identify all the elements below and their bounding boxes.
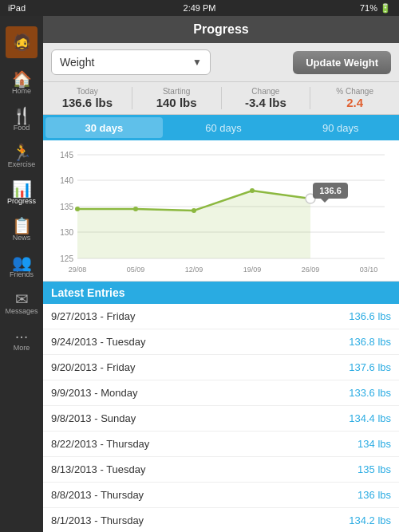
entry-value: 134.2 lbs [349, 514, 391, 526]
tab-60days[interactable]: 60 days [165, 115, 282, 140]
friends-icon: 👥 [12, 254, 32, 270]
svg-text:125: 125 [60, 254, 73, 263]
sidebar-item-exercise[interactable]: 🏃 Exercise [0, 138, 43, 175]
entries-header-label: Latest Entries [51, 286, 125, 299]
svg-marker-16 [77, 191, 310, 258]
stat-change-value: -3.4 lbs [222, 96, 310, 109]
list-item: 9/24/2013 - Tuesday136.8 lbs [43, 329, 399, 355]
list-item: 9/27/2013 - Friday136.6 lbs [43, 304, 399, 329]
svg-point-18 [133, 207, 138, 211]
sidebar-item-label: Messages [5, 307, 38, 315]
exercise-icon: 🏃 [12, 144, 32, 160]
svg-point-17 [75, 207, 80, 211]
sidebar-item-label: Food [14, 124, 30, 132]
entry-date: 9/24/2013 - Tuesday [51, 336, 146, 348]
weight-chart: 145 140 135 130 125 29/08 05/09 12/09 19… [49, 147, 393, 274]
sidebar: 🧔 🏠 Home 🍴 Food 🏃 Exercise 📊 Progress 📋 … [0, 16, 43, 532]
entry-value: 135 lbs [358, 463, 391, 475]
entry-date: 9/8/2013 - Sunday [51, 412, 136, 424]
list-item: 8/1/2013 - Thursday134.2 lbs [43, 508, 399, 532]
svg-point-20 [250, 188, 255, 193]
svg-text:05/09: 05/09 [127, 266, 145, 274]
entry-date: 8/1/2013 - Thursday [51, 514, 144, 526]
entry-date: 9/9/2013 - Monday [51, 387, 137, 399]
chart-area: 145 140 135 130 125 29/08 05/09 12/09 19… [43, 140, 399, 282]
entry-date: 9/27/2013 - Friday [51, 310, 136, 322]
stat-change: Change -3.4 lbs [222, 87, 311, 109]
sidebar-item-friends[interactable]: 👥 Friends [0, 248, 43, 285]
main-content: Progress Weight ▼ Update Weight Today 13… [43, 16, 399, 532]
page-header: Progress [43, 16, 399, 43]
stat-today-value: 136.6 lbs [43, 96, 132, 109]
sidebar-item-label: Exercise [8, 160, 36, 168]
sidebar-item-news[interactable]: 📋 News [0, 211, 43, 248]
period-tabs: 30 days 60 days 90 days [43, 115, 399, 140]
list-item: 9/8/2013 - Sunday134.4 lbs [43, 406, 399, 432]
chevron-down-icon: ▼ [192, 57, 202, 68]
entry-date: 9/20/2013 - Friday [51, 361, 136, 373]
svg-text:130: 130 [60, 228, 73, 237]
home-icon: 🏠 [12, 71, 32, 87]
tab-90days[interactable]: 90 days [282, 115, 399, 140]
list-item: 8/13/2013 - Tuesday135 lbs [43, 457, 399, 483]
messages-icon: ✉ [15, 291, 29, 307]
dropdown-label: Weight [60, 56, 94, 69]
svg-text:26/09: 26/09 [302, 266, 320, 274]
list-item: 9/9/2013 - Monday133.6 lbs [43, 380, 399, 406]
page-title: Progress [193, 22, 248, 36]
svg-marker-23 [321, 199, 329, 203]
svg-text:29/08: 29/08 [69, 266, 87, 274]
sidebar-item-more[interactable]: ··· More [0, 321, 43, 358]
sidebar-item-label: Progress [7, 197, 36, 205]
stat-pct-value: 2.4 [310, 96, 399, 109]
sidebar-item-food[interactable]: 🍴 Food [0, 101, 43, 138]
stats-row: Today 136.6 lbs Starting 140 lbs Change … [43, 82, 399, 115]
entry-value: 134 lbs [358, 438, 391, 450]
progress-icon: 📊 [12, 181, 32, 197]
weight-dropdown[interactable]: Weight ▼ [51, 49, 211, 75]
svg-text:145: 145 [60, 151, 73, 160]
svg-text:19/09: 19/09 [243, 266, 262, 274]
tab-30days[interactable]: 30 days [45, 117, 163, 138]
status-right: 71% 🔋 [360, 3, 391, 14]
svg-text:140: 140 [60, 176, 73, 185]
stat-today-label: Today [43, 87, 132, 96]
status-left: iPad [8, 3, 26, 13]
sidebar-item-messages[interactable]: ✉ Messages [0, 285, 43, 321]
stat-pct-label: % Change [310, 87, 399, 96]
sidebar-item-label: Friends [10, 270, 34, 278]
sidebar-item-label: News [13, 234, 31, 242]
entry-value: 136.8 lbs [349, 336, 391, 348]
entry-value: 136.6 lbs [349, 310, 391, 322]
sidebar-item-progress[interactable]: 📊 Progress [0, 175, 43, 211]
list-item: 8/8/2013 - Thursday136 lbs [43, 483, 399, 508]
entries-list: 9/27/2013 - Friday136.6 lbs9/24/2013 - T… [43, 304, 399, 532]
entry-value: 136 lbs [358, 489, 391, 501]
avatar: 🧔 [6, 26, 38, 58]
sidebar-item-label: Home [12, 87, 31, 95]
svg-text:136.6: 136.6 [319, 186, 342, 195]
entry-value: 134.4 lbs [349, 412, 391, 424]
stat-today: Today 136.6 lbs [43, 87, 132, 109]
stat-starting: Starting 140 lbs [132, 87, 222, 109]
stat-starting-value: 140 lbs [132, 96, 221, 109]
list-item: 9/20/2013 - Friday137.6 lbs [43, 355, 399, 380]
status-bar: iPad 2:49 PM 71% 🔋 [0, 0, 399, 16]
stat-pct-change: % Change 2.4 [310, 87, 399, 109]
entry-date: 8/13/2013 - Tuesday [51, 463, 146, 475]
update-weight-button[interactable]: Update Weight [293, 51, 391, 74]
stat-starting-label: Starting [132, 87, 221, 96]
stat-change-label: Change [222, 87, 310, 96]
svg-point-19 [192, 208, 196, 213]
news-icon: 📋 [12, 218, 32, 234]
toolbar: Weight ▼ Update Weight [43, 43, 399, 82]
entries-header: Latest Entries [43, 282, 399, 304]
status-time: 2:49 PM [184, 3, 216, 13]
sidebar-item-home[interactable]: 🏠 Home [0, 65, 43, 101]
entry-date: 8/22/2013 - Thursday [51, 438, 149, 450]
sidebar-avatar-item: 🧔 [0, 20, 43, 65]
sidebar-item-label: More [14, 344, 30, 352]
food-icon: 🍴 [12, 108, 32, 124]
entry-value: 137.6 lbs [349, 361, 391, 373]
svg-text:135: 135 [60, 203, 73, 211]
